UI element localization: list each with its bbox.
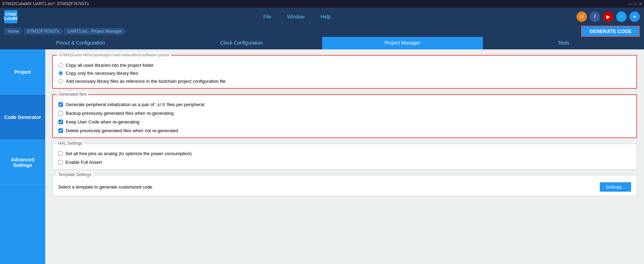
template-settings-label: Template Settings xyxy=(57,172,93,177)
main-content: STM32Cube MCU packages and embedded soft… xyxy=(45,49,644,264)
menu-file[interactable]: File xyxy=(261,13,274,21)
template-settings-section: Template Settings Select a template to g… xyxy=(52,175,637,196)
content-area: Project Code Generator Advanced Settings… xyxy=(0,49,644,264)
menubar: STM32CubeMX File Window Help 19 f ▶ 🐦 ✦ xyxy=(0,8,644,26)
cb-keep-user-code-input[interactable] xyxy=(58,120,63,124)
radio-copy-necessary-input[interactable] xyxy=(58,71,63,75)
titlebar-controls[interactable]: — □ ✕ xyxy=(628,2,642,6)
hal-settings-label: HAL Settings xyxy=(57,141,84,146)
maximize-btn[interactable]: □ xyxy=(634,2,637,6)
cb-backup-files-input[interactable] xyxy=(58,111,63,115)
sidebar-item-project[interactable]: Project xyxy=(0,49,45,95)
generated-files-label: Generated files xyxy=(57,92,88,97)
cb-delete-previously-input[interactable] xyxy=(58,128,63,133)
tab-clock[interactable]: Clock Configuration xyxy=(161,37,322,49)
facebook-icon[interactable]: f xyxy=(590,11,600,22)
minimize-btn[interactable]: — xyxy=(628,2,632,6)
youtube-icon[interactable]: ▶ xyxy=(603,11,613,22)
tab-project-manager[interactable]: Project Manager xyxy=(322,37,483,49)
hal-settings-section: HAL Settings Set all free pins as analog… xyxy=(52,144,637,169)
sidebar: Project Code Generator Advanced Settings xyxy=(0,49,45,264)
sidebar-item-code-generator[interactable]: Code Generator xyxy=(0,95,45,140)
close-btn[interactable]: ✕ xyxy=(639,2,642,6)
main-tabs: Pinout & Configuration Clock Configurati… xyxy=(0,37,644,49)
logo-area: STM32CubeMX xyxy=(0,10,22,23)
social-icons: 19 f ▶ 🐦 ✦ xyxy=(572,11,644,22)
tab-tools[interactable]: Tools xyxy=(483,37,644,49)
radio-add-reference-input[interactable] xyxy=(58,79,63,83)
breadcrumb-home[interactable]: Home xyxy=(4,28,23,35)
cb-backup-files[interactable]: Backup previously generated files when r… xyxy=(58,111,631,116)
radio-copy-necessary[interactable]: Copy only the necessary library files xyxy=(58,71,631,76)
menu-items: File Window Help xyxy=(22,13,572,21)
breadcrumb: Home STM32F767IGTx UART1.ioc - Project M… xyxy=(0,26,644,37)
cb-delete-previously[interactable]: Delete previously generated files when n… xyxy=(58,128,631,133)
cb-gen-peripheral-input[interactable] xyxy=(58,102,63,107)
twitter-icon[interactable]: 🐦 xyxy=(616,11,627,22)
radio-copy-all[interactable]: Copy all used libraries into the project… xyxy=(58,63,631,68)
mcu-packages-label: STM32Cube MCU packages and embedded soft… xyxy=(57,53,171,57)
hal-settings-options: Set all free pins as analog (to optimize… xyxy=(58,148,631,165)
generated-files-options: Generate peripheral initialization as a … xyxy=(58,99,631,133)
mcu-packages-section: STM32Cube MCU packages and embedded soft… xyxy=(52,55,637,89)
cb-enable-assert[interactable]: Enable Full Assert xyxy=(58,160,631,165)
cb-keep-user-code[interactable]: Keep User Code when re-generating xyxy=(58,119,631,125)
radio-copy-all-input[interactable] xyxy=(58,63,63,67)
settings-button[interactable]: Settings... xyxy=(600,182,631,192)
stm32cubemx-logo: STM32CubeMX xyxy=(4,10,17,23)
breadcrumb-project[interactable]: UART1.ioc - Project Manager xyxy=(64,28,126,35)
cb-set-analog[interactable]: Set all free pins as analog (to optimize… xyxy=(58,151,631,156)
generated-files-section: Generated files Generate peripheral init… xyxy=(52,94,637,138)
radio-add-reference[interactable]: Add necessary library files as reference… xyxy=(58,79,631,84)
cb-enable-assert-input[interactable] xyxy=(58,160,63,165)
sidebar-item-advanced-settings[interactable]: Advanced Settings xyxy=(0,140,45,185)
menu-help[interactable]: Help xyxy=(318,13,333,21)
titlebar-title: STM32CubeMX UART1.ioc*: STM32F767IGTx xyxy=(2,1,89,6)
cb-gen-peripheral[interactable]: Generate peripheral initialization as a … xyxy=(58,102,631,107)
template-placeholder-text: Select a template to generate customized… xyxy=(58,184,152,190)
breadcrumb-device[interactable]: STM32F767IGTx xyxy=(24,28,63,35)
menu-window[interactable]: Window xyxy=(284,13,307,21)
generate-code-button[interactable]: GENERATE CODE xyxy=(581,26,640,37)
cb-set-analog-input[interactable] xyxy=(58,151,63,156)
titlebar: STM32CubeMX UART1.ioc*: STM32F767IGTx — … xyxy=(0,0,644,8)
tab-pinout[interactable]: Pinout & Configuration xyxy=(0,37,161,49)
template-row: Select a template to generate customized… xyxy=(58,179,631,192)
star-icon[interactable]: ✦ xyxy=(629,11,640,22)
mcu-packages-options: Copy all used libraries into the project… xyxy=(58,60,631,84)
notifications-icon[interactable]: 19 xyxy=(577,11,587,22)
